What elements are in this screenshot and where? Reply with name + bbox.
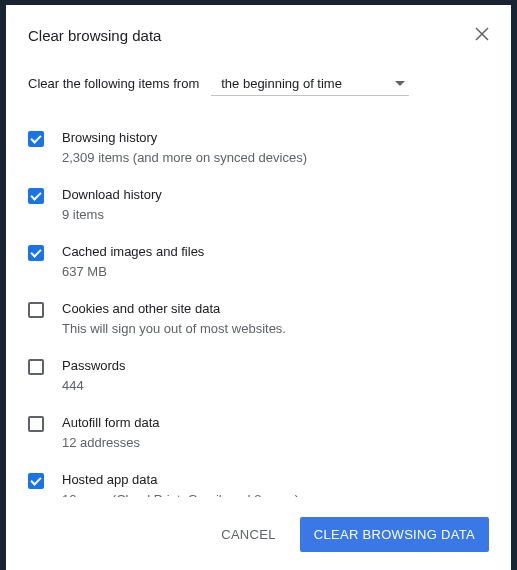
option-title: Passwords [62, 358, 489, 375]
option-checkbox[interactable] [28, 188, 44, 204]
option-title: Cached images and files [62, 244, 489, 261]
option-row: Browsing history2,309 items (and more on… [28, 120, 489, 177]
option-row: Cached images and files637 MB [28, 234, 489, 291]
option-row: Cookies and other site dataThis will sig… [28, 291, 489, 348]
option-title: Hosted app data [62, 472, 489, 489]
option-text: Download history9 items [62, 187, 489, 224]
option-row: Download history9 items [28, 177, 489, 234]
time-range-select[interactable]: the beginning of time [211, 72, 409, 96]
cancel-button[interactable]: CANCEL [207, 517, 290, 552]
time-range-row: Clear the following items from the begin… [28, 72, 489, 96]
option-checkbox[interactable] [28, 131, 44, 147]
option-subtitle: 12 addresses [62, 434, 489, 452]
option-checkbox[interactable] [28, 245, 44, 261]
time-range-value: the beginning of time [221, 76, 342, 91]
option-row: Hosted app data10 apps (Cloud Print, Gma… [28, 462, 489, 497]
option-title: Autofill form data [62, 415, 489, 432]
option-subtitle: This will sign you out of most websites. [62, 320, 489, 338]
time-range-label: Clear the following items from [28, 76, 199, 91]
option-subtitle: 9 items [62, 206, 489, 224]
option-row: Passwords444 [28, 348, 489, 405]
option-title: Download history [62, 187, 489, 204]
dialog-header: Clear browsing data [28, 27, 489, 44]
option-subtitle: 444 [62, 377, 489, 395]
option-checkbox[interactable] [28, 473, 44, 489]
close-icon[interactable] [475, 27, 489, 41]
option-subtitle: 2,309 items (and more on synced devices) [62, 149, 489, 167]
dialog-title: Clear browsing data [28, 27, 161, 44]
option-checkbox[interactable] [28, 302, 44, 318]
option-row: Autofill form data12 addresses [28, 405, 489, 462]
option-title: Cookies and other site data [62, 301, 489, 318]
option-text: Browsing history2,309 items (and more on… [62, 130, 489, 167]
option-title: Browsing history [62, 130, 489, 147]
option-checkbox[interactable] [28, 359, 44, 375]
option-text: Passwords444 [62, 358, 489, 395]
dialog-actions: CANCEL CLEAR BROWSING DATA [28, 517, 489, 552]
clear-browsing-data-button[interactable]: CLEAR BROWSING DATA [300, 517, 489, 552]
option-checkbox[interactable] [28, 416, 44, 432]
option-text: Autofill form data12 addresses [62, 415, 489, 452]
option-subtitle: 10 apps (Cloud Print, Gmail, and 8 more) [62, 491, 489, 497]
option-text: Hosted app data10 apps (Cloud Print, Gma… [62, 472, 489, 497]
option-subtitle: 637 MB [62, 263, 489, 281]
option-text: Cookies and other site dataThis will sig… [62, 301, 489, 338]
clear-browsing-data-dialog: Clear browsing data Clear the following … [6, 5, 511, 570]
options-list: Browsing history2,309 items (and more on… [28, 120, 489, 497]
chevron-down-icon [395, 81, 405, 87]
option-text: Cached images and files637 MB [62, 244, 489, 281]
